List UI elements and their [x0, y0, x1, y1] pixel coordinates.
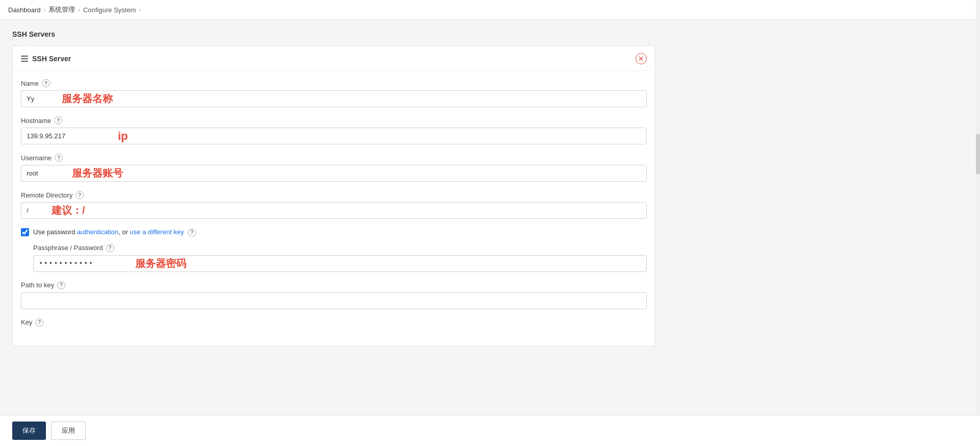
ssh-card: SSH Server ✕ Name ? 服务器名称 Hostname	[12, 45, 655, 346]
path-to-key-field-group: Path to key ?	[21, 281, 647, 309]
username-field-group: Username ? 服务器账号	[21, 154, 647, 182]
path-to-key-input[interactable]	[21, 292, 647, 309]
remote-dir-field-group: Remote Directory ? 建议：/	[21, 191, 647, 219]
remote-dir-input[interactable]	[21, 202, 647, 219]
name-field-group: Name ? 服务器名称	[21, 79, 647, 107]
breadcrumb-sep-2: ›	[78, 7, 80, 13]
ssh-card-title: SSH Server	[32, 55, 71, 63]
name-help-icon[interactable]: ?	[42, 79, 50, 87]
use-different-key-link[interactable]: use a different key	[130, 228, 184, 236]
remote-dir-input-wrapper: 建议：/	[21, 202, 647, 219]
breadcrumb-dashboard[interactable]: Dashboard	[8, 6, 41, 14]
ssh-form: Name ? 服务器名称 Hostname ? ip	[13, 71, 655, 327]
use-password-label[interactable]: Use password authentication, or use a di…	[33, 228, 196, 237]
passphrase-label: Passphrase / Password ?	[33, 244, 647, 252]
ssh-card-header: SSH Server ✕	[13, 46, 655, 71]
breadcrumb-sep-1: ›	[44, 7, 46, 13]
name-label: Name ?	[21, 79, 647, 87]
use-password-checkbox[interactable]	[21, 228, 29, 236]
breadcrumb-configure[interactable]: Configure System	[83, 6, 136, 14]
hostname-label: Hostname ?	[21, 116, 647, 125]
username-input[interactable]	[21, 165, 647, 182]
remote-dir-label: Remote Directory ?	[21, 191, 647, 199]
drag-handle-icon[interactable]	[21, 56, 28, 62]
bottom-bar: 保存 应用	[0, 415, 980, 446]
hostname-input[interactable]	[21, 128, 647, 144]
page-content: SSH Servers SSH Server ✕ Name ?	[0, 20, 980, 387]
username-input-wrapper: 服务器账号	[21, 165, 647, 182]
passphrase-input-wrapper: 服务器密码	[33, 255, 647, 272]
key-help-icon[interactable]: ?	[35, 318, 43, 327]
indented-form: Passphrase / Password ? 服务器密码	[21, 244, 647, 272]
remote-dir-help-icon[interactable]: ?	[76, 191, 84, 199]
breadcrumb-system[interactable]: 系统管理	[48, 5, 75, 14]
use-password-help-icon[interactable]: ?	[188, 229, 196, 237]
apply-button[interactable]: 应用	[51, 422, 86, 440]
key-label: Key ?	[21, 318, 647, 327]
key-field-group: Key ?	[21, 318, 647, 327]
username-help-icon[interactable]: ?	[55, 154, 63, 162]
path-to-key-help-icon[interactable]: ?	[57, 281, 65, 289]
scrollbar-track	[976, 0, 980, 446]
use-password-row: Use password authentication, or use a di…	[21, 228, 647, 237]
save-button[interactable]: 保存	[12, 422, 46, 440]
scrollbar-thumb[interactable]	[976, 134, 980, 175]
ssh-card-close-button[interactable]: ✕	[635, 53, 647, 64]
passphrase-field-group: Passphrase / Password ? 服务器密码	[33, 244, 647, 272]
name-input[interactable]	[21, 90, 647, 107]
hostname-help-icon[interactable]: ?	[54, 116, 62, 125]
authentication-link[interactable]: authentication	[77, 228, 118, 236]
breadcrumb: Dashboard › 系统管理 › Configure System ›	[0, 0, 980, 20]
ssh-card-header-left: SSH Server	[21, 55, 71, 63]
hostname-input-wrapper: ip	[21, 128, 647, 144]
username-label: Username ?	[21, 154, 647, 162]
passphrase-input[interactable]	[33, 255, 647, 272]
section-title: SSH Servers	[12, 30, 968, 38]
hostname-field-group: Hostname ? ip	[21, 116, 647, 144]
passphrase-help-icon[interactable]: ?	[106, 244, 114, 252]
path-to-key-label: Path to key ?	[21, 281, 647, 289]
name-input-wrapper: 服务器名称	[21, 90, 647, 107]
breadcrumb-sep-3: ›	[139, 7, 141, 13]
